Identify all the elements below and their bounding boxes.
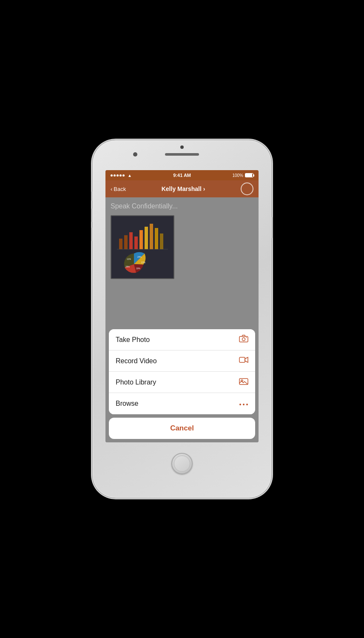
battery-icon <box>245 173 253 177</box>
phone-bottom <box>171 442 193 485</box>
speaker <box>165 153 199 156</box>
message-content-area: Speak Confidentially... <box>105 197 259 442</box>
photo-library-label: Photo Library <box>116 379 156 386</box>
contact-name: Kelly Marshall <box>162 185 202 192</box>
action-sheet: Take Photo Record Video <box>109 329 255 414</box>
nav-title: Kelly Marshall › <box>162 185 205 192</box>
nav-chevron-icon: › <box>203 185 205 192</box>
front-camera <box>133 152 137 157</box>
browse-label: Browse <box>116 400 138 407</box>
power-button <box>271 217 273 238</box>
more-icon <box>239 399 248 408</box>
svg-rect-8 <box>155 228 158 249</box>
battery-percentage: 100% <box>232 173 243 178</box>
chart-attachment[interactable]: 24% 17% 19% 28% 11% <box>111 215 174 279</box>
headphone-jack <box>180 145 184 149</box>
photo-library-icon <box>239 377 248 387</box>
chart-svg: 24% 17% 19% 28% 11% <box>113 217 172 277</box>
back-chevron-icon: ‹ <box>111 186 112 192</box>
phone-screen: ▲ 9:41 AM 100% ‹ Back Kelly Marshall › <box>105 170 259 442</box>
svg-point-18 <box>246 337 247 338</box>
take-photo-label: Take Photo <box>116 336 150 344</box>
nav-action-button[interactable] <box>241 182 253 195</box>
home-button[interactable] <box>171 453 193 474</box>
status-right: 100% <box>232 173 253 178</box>
wifi-icon: ▲ <box>128 173 132 178</box>
svg-rect-4 <box>134 236 138 249</box>
svg-rect-6 <box>145 227 148 249</box>
cancel-label: Cancel <box>170 424 194 433</box>
navigation-bar: ‹ Back Kelly Marshall › <box>105 180 259 197</box>
camera-icon <box>239 335 248 345</box>
take-photo-action[interactable]: Take Photo <box>109 329 255 350</box>
action-sheet-wrapper: Take Photo Record Video <box>105 326 259 442</box>
svg-rect-9 <box>160 234 163 249</box>
svg-point-23 <box>243 404 245 405</box>
phone-frame: ▲ 9:41 AM 100% ‹ Back Kelly Marshall › <box>93 140 271 498</box>
svg-text:28%: 28% <box>125 265 130 268</box>
record-video-action[interactable]: Record Video <box>109 350 255 372</box>
svg-text:24%: 24% <box>137 256 142 258</box>
cancel-button[interactable]: Cancel <box>109 418 255 439</box>
volume-up-button <box>91 208 93 222</box>
video-icon <box>239 356 248 365</box>
volume-down-button <box>91 228 93 241</box>
browse-action[interactable]: Browse <box>109 393 255 414</box>
svg-rect-2 <box>124 235 128 249</box>
svg-rect-3 <box>129 232 133 249</box>
back-button[interactable]: ‹ Back <box>111 186 126 192</box>
svg-point-24 <box>246 404 248 405</box>
status-left: ▲ <box>111 173 132 178</box>
photo-library-action[interactable]: Photo Library <box>109 372 255 393</box>
svg-rect-1 <box>119 239 122 249</box>
mute-switch <box>91 191 93 201</box>
signal-dots <box>111 174 125 177</box>
status-time: 9:41 AM <box>173 173 191 178</box>
phone-top <box>93 140 271 170</box>
message-placeholder: Speak Confidentially... <box>111 202 253 210</box>
status-bar: ▲ 9:41 AM 100% <box>105 170 259 180</box>
svg-text:11%: 11% <box>127 258 131 260</box>
record-video-label: Record Video <box>116 357 157 365</box>
svg-text:17%: 17% <box>141 261 146 264</box>
home-button-inner <box>174 456 190 472</box>
svg-rect-19 <box>239 357 245 362</box>
back-label: Back <box>114 186 126 192</box>
svg-point-17 <box>242 338 245 341</box>
svg-text:19%: 19% <box>136 267 141 270</box>
svg-point-22 <box>239 404 241 405</box>
svg-rect-7 <box>150 224 153 249</box>
svg-rect-5 <box>139 230 143 249</box>
